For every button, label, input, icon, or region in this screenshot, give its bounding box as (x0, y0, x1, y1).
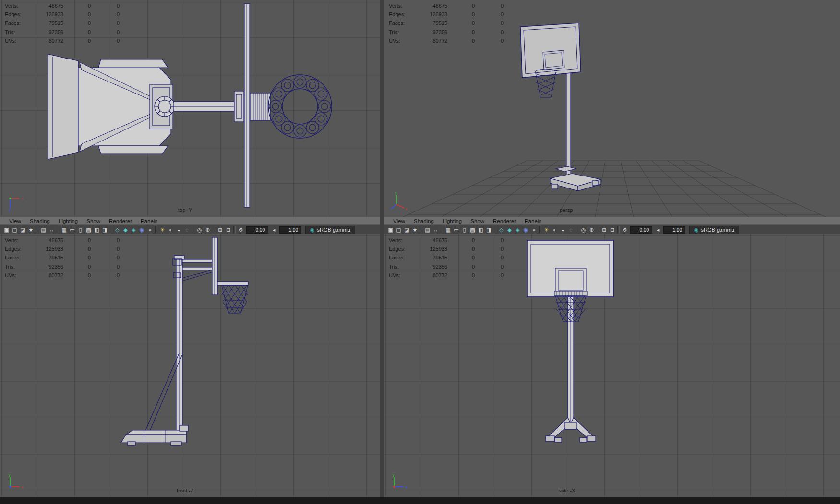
isolate-select-icon[interactable]: ◎ (579, 226, 588, 234)
safe-action-icon[interactable]: ◧ (93, 226, 101, 234)
lock-camera-icon[interactable]: ▢ (395, 226, 403, 234)
hud-col3: 0 (475, 36, 504, 45)
hud-col3: 0 (91, 19, 120, 27)
gamma-field[interactable]: 1.00 (279, 226, 301, 234)
film-gate-icon[interactable]: ▭ (68, 226, 76, 234)
exposure-field[interactable]: 0.00 (630, 226, 652, 234)
hud-value: 80772 (419, 271, 447, 280)
viewport-persp[interactable]: Verts: 46675 0 0 Edges: 125933 0 0 Faces… (384, 0, 840, 217)
copy-view-icon[interactable]: ⊞ (600, 226, 608, 234)
smooth-shade-icon[interactable]: ◆ (505, 226, 514, 234)
wireframe-mode-icon[interactable]: ◇ (113, 226, 121, 234)
gamma-toggle-icon[interactable]: ◂ (654, 226, 662, 234)
hud-row: Edges: 125933 0 0 (5, 245, 120, 253)
resolution-gate-icon[interactable]: ▯ (460, 226, 468, 234)
menu-item[interactable]: View (5, 218, 25, 224)
hud-col3: 0 (475, 10, 504, 19)
use-lights-icon[interactable]: ☀ (542, 226, 551, 234)
hud-row: Tris: 92356 0 0 (389, 28, 504, 36)
lock-camera-icon[interactable]: ▢ (11, 226, 19, 234)
safe-title-icon[interactable]: ◨ (485, 226, 493, 234)
viewport-top[interactable]: Verts: 46675 0 0 Edges: 125933 0 0 Faces… (0, 0, 380, 217)
hud-col3: 0 (91, 1, 120, 10)
use-lights-icon[interactable]: ☀ (158, 226, 167, 234)
bookmark-icon[interactable]: ★ (411, 226, 419, 234)
menu-item[interactable]: View (389, 218, 409, 224)
svg-text:x: x (406, 207, 408, 211)
image-plane-icon[interactable]: ▤ (423, 226, 432, 234)
hud-col2: 0 (63, 236, 91, 245)
default-material-icon[interactable]: ● (530, 226, 538, 234)
hud-col2: 0 (447, 36, 475, 45)
safe-action-icon[interactable]: ◧ (477, 226, 485, 234)
menu-item[interactable]: Renderer (105, 218, 136, 224)
gate-mask-icon[interactable]: ▩ (84, 226, 93, 234)
pan-zoom-icon[interactable]: ↔ (48, 226, 56, 234)
default-material-icon[interactable]: ● (146, 226, 154, 234)
grid-icon[interactable]: ▦ (60, 226, 68, 234)
menu-item[interactable]: Panels (520, 218, 546, 224)
exposure-field[interactable]: 0.00 (246, 226, 268, 234)
image-plane-icon[interactable]: ▤ (39, 226, 48, 234)
pan-zoom-icon[interactable]: ↔ (432, 226, 440, 234)
hud-value: 79515 (35, 253, 63, 262)
motion-blur-icon[interactable]: ◌ (183, 226, 191, 234)
paint-icon[interactable]: ⊕ (588, 226, 596, 234)
hud-row: Verts: 46675 0 0 (5, 236, 120, 245)
poly-count-hud: Verts: 46675 0 0 Edges: 125933 0 0 Faces… (389, 236, 504, 280)
hud-col3: 0 (475, 271, 504, 280)
textured-mode-icon[interactable]: ◈ (130, 226, 138, 234)
colorspace-icon: ◉ (694, 227, 699, 233)
menu-item[interactable]: Show (82, 218, 105, 224)
wireframe-on-shaded-icon[interactable]: ◉ (522, 226, 530, 234)
paste-view-icon[interactable]: ⊟ (224, 226, 232, 234)
hud-row: Tris: 92356 0 0 (5, 262, 120, 271)
select-camera-icon[interactable]: ▣ (386, 226, 395, 234)
grid-icon[interactable]: ▦ (444, 226, 452, 234)
textured-mode-icon[interactable]: ◈ (514, 226, 522, 234)
menu-item[interactable]: Panels (136, 218, 162, 224)
hud-col3: 0 (91, 36, 120, 45)
base (48, 54, 173, 159)
select-camera-icon[interactable]: ▣ (2, 226, 11, 234)
menu-item[interactable]: Shading (25, 218, 54, 224)
viewport-side[interactable]: Verts: 46675 0 0 Edges: 125933 0 0 Faces… (384, 234, 840, 497)
shadows-icon[interactable]: ◐ (551, 226, 559, 234)
exposure-gear-icon[interactable]: ⚙ (237, 226, 245, 234)
paste-view-icon[interactable]: ⊟ (608, 226, 616, 234)
film-gate-icon[interactable]: ▭ (452, 226, 460, 234)
menu-item[interactable]: Lighting (438, 218, 466, 224)
viewport-camera-label: top -Y (178, 207, 192, 213)
menu-item[interactable]: Shading (409, 218, 438, 224)
colorspace-chip[interactable]: ◉ sRGB gamma (305, 226, 355, 234)
camera-attributes-icon[interactable]: ◪ (19, 226, 27, 234)
colorspace-chip[interactable]: ◉ sRGB gamma (689, 226, 739, 234)
occlusion-icon[interactable]: ◒ (175, 226, 183, 234)
safe-title-icon[interactable]: ◨ (101, 226, 109, 234)
motion-blur-icon[interactable]: ◌ (567, 226, 575, 234)
hud-label: Tris: (389, 262, 419, 271)
isolate-select-icon[interactable]: ◎ (195, 226, 204, 234)
paint-icon[interactable]: ⊕ (204, 226, 212, 234)
wireframe-on-shaded-icon[interactable]: ◉ (138, 226, 146, 234)
gamma-toggle-icon[interactable]: ◂ (270, 226, 278, 234)
gate-mask-icon[interactable]: ▩ (468, 226, 477, 234)
colorspace-label: sRGB gamma (701, 227, 734, 233)
menu-item[interactable]: Renderer (489, 218, 520, 224)
viewport-front[interactable]: Verts: 46675 0 0 Edges: 125933 0 0 Faces… (0, 234, 380, 497)
rim (268, 75, 332, 138)
menu-item[interactable]: Lighting (54, 218, 82, 224)
wireframe-mode-icon[interactable]: ◇ (497, 226, 505, 234)
menu-item[interactable]: Show (466, 218, 489, 224)
camera-attributes-icon[interactable]: ◪ (403, 226, 411, 234)
panel-divider[interactable] (380, 0, 384, 497)
smooth-shade-icon[interactable]: ◆ (121, 226, 130, 234)
occlusion-icon[interactable]: ◒ (559, 226, 567, 234)
copy-view-icon[interactable]: ⊞ (216, 226, 224, 234)
shadows-icon[interactable]: ◐ (167, 226, 175, 234)
resolution-gate-icon[interactable]: ▯ (76, 226, 84, 234)
gamma-field[interactable]: 1.00 (663, 226, 685, 234)
exposure-gear-icon[interactable]: ⚙ (621, 226, 629, 234)
bookmark-icon[interactable]: ★ (27, 226, 35, 234)
hud-col2: 0 (447, 10, 475, 19)
